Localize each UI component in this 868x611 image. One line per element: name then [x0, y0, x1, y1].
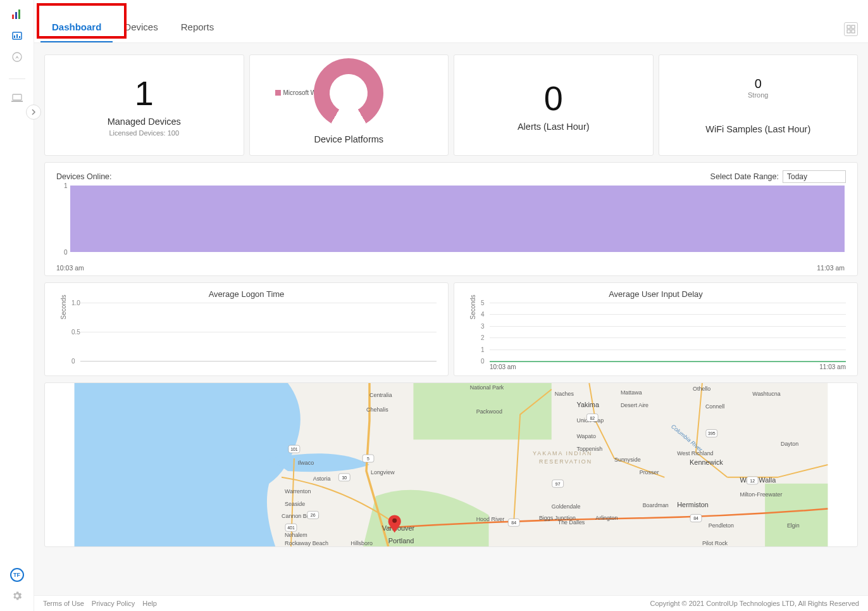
svg-text:12: 12: [750, 479, 755, 483]
kpi-device-platforms[interactable]: Microsoft Windows Device Platforms: [249, 54, 449, 156]
map-label: Yakima: [576, 401, 599, 408]
y-tick: 1: [64, 182, 68, 189]
svg-rect-12: [847, 30, 850, 33]
svg-rect-11: [852, 25, 855, 28]
svg-text:84: 84: [511, 520, 516, 525]
map-svg: National Park Centralia Chehalis Packwoo…: [45, 383, 857, 546]
svg-rect-9: [11, 101, 23, 102]
map-label: Washtucna: [752, 391, 780, 397]
chart-title: Devices Online:: [56, 172, 112, 181]
svg-rect-8: [13, 94, 22, 100]
map-label: Othello: [693, 386, 710, 392]
kpi-title: WiFi Samples (Last Hour): [705, 124, 810, 134]
map-label: Hermiston: [677, 501, 709, 508]
map-label: Chehalis: [366, 406, 388, 413]
svg-rect-13: [852, 30, 855, 33]
map-label: Dayton: [781, 441, 798, 447]
kpi-title: Device Platforms: [314, 134, 383, 144]
map-label: Nehalem: [285, 532, 307, 538]
kpi-value: 0: [544, 79, 563, 118]
date-range-select[interactable]: Today: [783, 170, 846, 183]
map-label: Centralia: [369, 392, 392, 398]
y-tick: 3: [481, 322, 485, 329]
map-label: Sunnyside: [614, 457, 641, 463]
kpi-managed-devices[interactable]: 1 Managed Devices Licensed Devices: 100: [44, 54, 244, 156]
map-label: Ilwaco: [298, 460, 314, 466]
user-avatar[interactable]: TF: [10, 568, 24, 582]
svg-rect-2: [18, 9, 20, 19]
map-label: Rockaway Beach: [285, 540, 328, 546]
y-tick: 1: [481, 346, 485, 353]
svg-text:395: 395: [708, 431, 716, 436]
map-label: Desert Aire: [621, 402, 648, 408]
svg-text:101: 101: [290, 447, 298, 451]
avg-logon-chart: Seconds 1.0 0.5 0: [73, 303, 437, 361]
svg-text:82: 82: [590, 416, 595, 420]
x-tick-end: 11:03 am: [817, 264, 845, 272]
kpi-value: 1: [135, 73, 154, 113]
map-label: Elgin: [787, 522, 800, 529]
footer: Terms of Use Privacy Policy Help Copyrig…: [34, 595, 868, 611]
layout-toggle-icon[interactable]: [844, 22, 858, 36]
map-label: Biggs Junction: [539, 515, 576, 521]
tab-reports[interactable]: Reports: [170, 8, 226, 42]
svg-rect-1: [15, 12, 17, 19]
date-range-label: Select Date Range:: [710, 172, 779, 181]
logo-bars-icon[interactable]: [11, 8, 23, 20]
tab-devices[interactable]: Devices: [113, 8, 169, 42]
map-label: Hood River: [476, 516, 505, 522]
area-fill: [70, 186, 845, 252]
chart-title: Average User Input Delay: [466, 289, 846, 299]
y-tick: 0: [481, 358, 485, 365]
footer-link-privacy[interactable]: Privacy Policy: [92, 600, 135, 607]
map-label: Seaside: [285, 501, 305, 507]
svg-point-17: [392, 519, 397, 523]
map-label: Milton-Freewater: [740, 491, 782, 498]
map-label: RESERVATION: [539, 458, 592, 465]
map-label: Hillsboro: [350, 540, 373, 546]
svg-rect-10: [847, 25, 850, 28]
kpi-alerts[interactable]: 0 Alerts (Last Hour): [454, 54, 654, 156]
kpi-title: Alerts (Last Hour): [518, 122, 590, 132]
svg-rect-6: [19, 36, 20, 38]
svg-text:401: 401: [287, 526, 295, 530]
tab-dashboard[interactable]: Dashboard: [40, 8, 113, 42]
y-tick: 0: [64, 249, 68, 256]
footer-link-help[interactable]: Help: [142, 600, 157, 607]
kpi-row: 1 Managed Devices Licensed Devices: 100 …: [44, 54, 858, 156]
map-label: YAKAMA INDIAN: [533, 450, 593, 457]
y-tick: 0: [71, 358, 75, 365]
map-label: Wapato: [576, 433, 595, 439]
kpi-wifi[interactable]: 0 Strong WiFi Samples (Last Hour): [659, 54, 859, 156]
device-nav-icon[interactable]: [11, 92, 23, 104]
map-label: Warrenton: [285, 488, 311, 494]
footer-link-terms[interactable]: Terms of Use: [43, 600, 84, 607]
kpi-title: Managed Devices: [108, 117, 181, 127]
y-axis-label: Seconds: [469, 295, 476, 320]
svg-text:30: 30: [342, 476, 347, 480]
compass-nav-icon[interactable]: [11, 51, 23, 63]
y-tick: 0.5: [71, 329, 80, 336]
svg-text:97: 97: [555, 482, 561, 486]
devices-online-card: Devices Online: Select Date Range: Today…: [44, 162, 858, 276]
map-label: West Richland: [677, 450, 713, 457]
map-label: Connell: [705, 403, 724, 410]
map-label: National Park: [470, 384, 504, 391]
series-line: [490, 361, 846, 362]
svg-rect-0: [12, 15, 14, 19]
kpi-sublabel: Strong: [748, 91, 768, 99]
y-tick: 4: [481, 311, 485, 318]
svg-rect-5: [16, 34, 18, 38]
settings-gear-icon[interactable]: [11, 589, 23, 602]
expand-rail-button[interactable]: [26, 104, 41, 120]
dashboard-content: 1 Managed Devices Licensed Devices: 100 …: [34, 43, 868, 595]
avg-logon-card: Average Logon Time Seconds 1.0 0.5 0: [44, 282, 449, 376]
small-charts-row: Average Logon Time Seconds 1.0 0.5 0 Ave…: [44, 282, 858, 376]
map-label: Kennewick: [690, 458, 723, 466]
dashboard-nav-icon[interactable]: [11, 29, 23, 42]
svg-rect-4: [14, 35, 15, 38]
device-map[interactable]: National Park Centralia Chehalis Packwoo…: [44, 382, 858, 547]
map-label: Goldendale: [552, 503, 581, 510]
svg-text:5: 5: [367, 457, 369, 461]
map-label: Packwood: [476, 408, 502, 415]
